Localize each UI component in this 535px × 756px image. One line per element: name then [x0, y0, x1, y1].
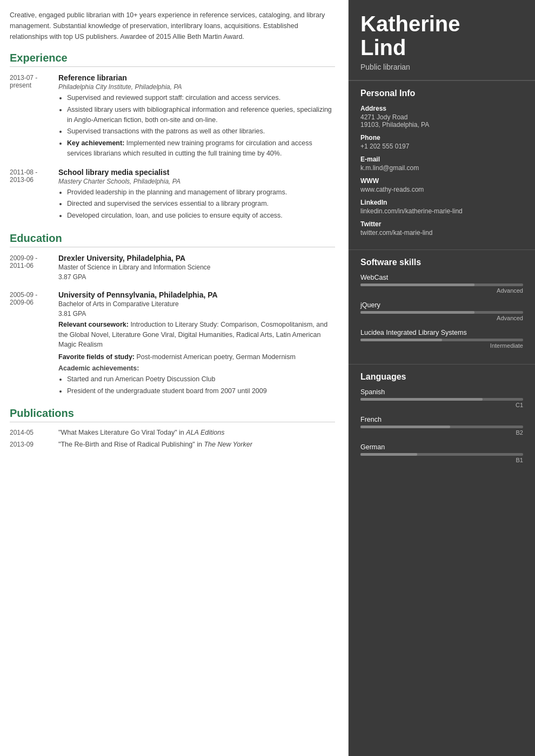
skill-bar-fill	[360, 311, 474, 314]
pub-source: ALA Editions	[186, 429, 224, 436]
degree: Bachelor of Arts in Comparative Literatu…	[58, 300, 335, 308]
job-date: 2011-08 -2013-06	[10, 168, 58, 222]
lang-level: B1	[360, 457, 523, 463]
address-row: Address 4271 Jody Road 19103, Philadelph…	[360, 105, 523, 129]
job-title: School library media specialist	[58, 168, 335, 177]
pub-date: 2014-05	[10, 429, 58, 436]
edu-date: 2009-09 -2011-06	[10, 254, 58, 283]
twitter-row: Twitter twitter.com/kat-marie-lind	[360, 220, 523, 237]
achievement-item: President of the undergraduate student b…	[67, 386, 335, 396]
edu-content: Drexler University, Philadelphia, PA Mas…	[58, 254, 335, 283]
www-label: WWW	[360, 177, 523, 185]
bullet-item: Directed and supervised the services ess…	[67, 199, 335, 209]
email-row: E-mail k.m.lind@gmail.com	[360, 156, 523, 172]
pub-content: "The Re-Birth and Rise of Radical Publis…	[58, 441, 335, 448]
lang-name: French	[360, 416, 523, 423]
publications-section: Publications 2014-05 "What Makes Literat…	[10, 407, 335, 448]
skill-bar-fill	[360, 339, 442, 341]
degree: Master of Science in Library and Informa…	[58, 264, 335, 271]
languages-title: Languages	[360, 372, 523, 382]
school-name: University of Pennsylvania, Philadelphia…	[58, 291, 335, 299]
skill-name: Lucidea Integrated Library Systems	[360, 329, 523, 336]
job-institution: Philadelphia City Institute, Philadelphi…	[58, 83, 335, 91]
skill-level: Advanced	[360, 287, 523, 294]
bullet-item: Supervised and reviewed support staff: c…	[67, 93, 335, 103]
job-content: Reference librarian Philadelphia City In…	[58, 73, 335, 160]
coursework-label: Relevant coursework:	[58, 321, 129, 328]
skill-item-lucidea: Lucidea Integrated Library Systems Inter…	[360, 329, 523, 349]
full-name: Katherine Lind	[360, 12, 523, 59]
skill-bar-bg	[360, 311, 523, 314]
experience-section: Experience 2013-07 -present Reference li…	[10, 52, 335, 222]
lang-bar-bg	[360, 426, 523, 428]
job-title: Reference librarian	[58, 73, 335, 82]
lang-level: C1	[360, 402, 523, 408]
skill-item-jquery: jQuery Advanced	[360, 301, 523, 321]
twitter-label: Twitter	[360, 220, 523, 228]
address-line1: 4271 Jody Road	[360, 113, 523, 121]
job-institution: Mastery Charter Schools, Philadelphia, P…	[58, 178, 335, 185]
lang-item-german: German B1	[360, 443, 523, 463]
personal-info-title: Personal Info	[360, 89, 523, 98]
pub-date: 2013-09	[10, 441, 58, 448]
fields-label: Favorite fields of study:	[58, 353, 135, 361]
education-entry: 2009-09 -2011-06 Drexler University, Phi…	[10, 254, 335, 283]
twitter-value: twitter.com/kat-marie-lind	[360, 229, 523, 237]
linkedin-row: LinkedIn linkedin.com/in/katherine-marie…	[360, 199, 523, 215]
bullet-item: Provided leadership in the planning and …	[67, 187, 335, 198]
languages-section: Languages Spanish C1 French B2 German B1	[349, 364, 535, 478]
lang-level: B2	[360, 429, 523, 436]
lang-bar-fill	[360, 426, 450, 428]
skill-bar-bg	[360, 339, 523, 341]
lang-bar-fill	[360, 398, 483, 401]
skill-item-webcast: WebCast Advanced	[360, 274, 523, 294]
last-name: Lind	[360, 36, 406, 59]
job-entry: 2013-07 -present Reference librarian Phi…	[10, 73, 335, 160]
address-label: Address	[360, 105, 523, 112]
skill-bar-fill	[360, 284, 474, 286]
software-skills-section: Software skills WebCast Advanced jQuery …	[349, 250, 535, 364]
skill-bar-bg	[360, 284, 523, 286]
phone-row: Phone +1 202 555 0197	[360, 134, 523, 150]
lang-bar-bg	[360, 453, 523, 456]
bullet-item: Developed circulation, loan, and use pol…	[67, 211, 335, 221]
publications-title: Publications	[10, 407, 335, 422]
bullet-item: Supervised transactions with the patrons…	[67, 126, 335, 137]
job-title-header: Public librarian	[360, 63, 523, 71]
skill-level: Intermediate	[360, 342, 523, 349]
www-row: WWW www.cathy-reads.com	[360, 177, 523, 193]
pub-source: The New Yorker	[204, 441, 252, 448]
first-name: Katherine	[360, 12, 460, 36]
school-name: Drexler University, Philadelphia, PA	[58, 254, 335, 262]
experience-title: Experience	[10, 52, 335, 67]
left-panel: Creative, engaged public librarian with …	[0, 0, 349, 756]
key-achievement-label: Key achievement:	[67, 139, 124, 147]
job-content: School library media specialist Mastery …	[58, 168, 335, 222]
lang-bar-fill	[360, 453, 417, 456]
lang-bar-bg	[360, 398, 523, 401]
gpa: 3.87 GPA	[58, 273, 335, 281]
achievement-item: Started and run American Poetry Discussi…	[67, 374, 335, 384]
address-line2: 19103, Philadelphia, PA	[360, 121, 523, 129]
gpa: 3.81 GPA	[58, 310, 335, 318]
email-label: E-mail	[360, 156, 523, 163]
academic-achievements-label: Academic achievements:	[58, 364, 335, 372]
job-bullets: Supervised and reviewed support staff: c…	[58, 93, 335, 159]
edu-date: 2005-09 -2009-06	[10, 291, 58, 398]
pub-content: "What Makes Literature Go Viral Today" i…	[58, 429, 335, 436]
publication-entry: 2013-09 "The Re-Birth and Rise of Radica…	[10, 441, 335, 448]
academic-achievements: Started and run American Poetry Discussi…	[58, 374, 335, 396]
job-date: 2013-07 -present	[10, 73, 58, 160]
software-skills-title: Software skills	[360, 258, 523, 267]
summary-text: Creative, engaged public librarian with …	[10, 10, 335, 42]
right-header: Katherine Lind Public librarian	[349, 0, 535, 81]
linkedin-label: LinkedIn	[360, 199, 523, 206]
education-entry: 2005-09 -2009-06 University of Pennsylva…	[10, 291, 335, 398]
email-value: k.m.lind@gmail.com	[360, 164, 523, 172]
lang-item-spanish: Spanish C1	[360, 388, 523, 408]
linkedin-value: linkedin.com/in/katherine-marie-lind	[360, 207, 523, 215]
www-value: www.cathy-reads.com	[360, 186, 523, 193]
coursework: Relevant coursework: Introduction to Lit…	[58, 320, 335, 350]
education-section: Education 2009-09 -2011-06 Drexler Unive…	[10, 232, 335, 398]
job-bullets: Provided leadership in the planning and …	[58, 187, 335, 221]
